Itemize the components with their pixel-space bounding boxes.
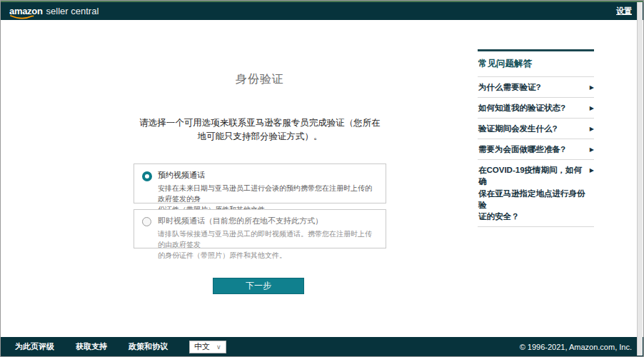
faq-item-label: 需要为会面做哪些准备? <box>478 144 565 155</box>
browser-viewport: amazon seller central 设置 身份验证 请选择一个可用选项来… <box>0 0 644 357</box>
arrow-right-icon: ▶ <box>590 104 594 112</box>
faq-item-label: 在COVID-19疫情期间，如何确 保在亚马逊指定地点进行身份验 证的安全？ <box>478 164 585 221</box>
option-title: 即时视频通话（目前您的所在地不支持此方式） <box>158 216 378 226</box>
amazon-smile-icon <box>10 14 36 20</box>
faq-item-label: 如何知道我的验证状态? <box>478 102 565 114</box>
radio-unselected-icon[interactable] <box>142 217 151 226</box>
arrow-right-icon: ▶ <box>590 146 594 154</box>
next-button[interactable]: 下一步 <box>213 278 304 294</box>
language-select[interactable]: 中文 ∨ <box>189 341 226 353</box>
footer-link-get-support[interactable]: 获取支持 <box>76 341 107 352</box>
arrow-right-icon: ▶ <box>590 84 594 91</box>
seller-central-logo-text: seller central <box>46 6 99 16</box>
top-nav-bar: amazon seller central 设置 <box>1 1 643 20</box>
page-title: 身份验证 <box>134 72 386 87</box>
amazon-seller-central-logo[interactable]: amazon seller central <box>9 6 99 16</box>
faq-title: 常见问题解答 <box>478 51 594 76</box>
settings-link[interactable]: 设置 <box>616 6 632 16</box>
faq-item-meeting-prep[interactable]: 需要为会面做哪些准备? ▶ <box>478 139 594 159</box>
faq-item-what-happens[interactable]: 验证期间会发生什么? ▶ <box>478 118 594 139</box>
arrow-right-icon: ▶ <box>590 166 594 174</box>
arrow-right-icon: ▶ <box>590 125 594 133</box>
chevron-down-icon: ∨ <box>216 343 221 351</box>
faq-item-label: 为什么需要验证? <box>478 81 541 93</box>
copyright-text: © 1996-2021, Amazon.com, Inc. <box>520 343 632 351</box>
option-scheduled-video-call[interactable]: 预约视频通话 安排在未来日期与亚马逊员工进行会谈的预约携带您在注册时上传的政府签… <box>134 164 386 203</box>
instruction-text: 请选择一个可用选项来联系亚马逊客服专员完成验证（您所在 地可能只支持部分验证方式… <box>119 116 401 144</box>
faq-item-verification-status[interactable]: 如何知道我的验证状态? ▶ <box>478 97 594 118</box>
footer-link-policies[interactable]: 政策和协议 <box>129 341 168 352</box>
footer-link-rate-page[interactable]: 为此页评级 <box>15 341 54 352</box>
faq-item-label: 验证期间会发生什么? <box>478 123 558 134</box>
option-title: 预约视频通话 <box>158 170 378 181</box>
footer-bar: 为此页评级 获取支持 政策和协议 中文 ∨ © 1996-2021, Amazo… <box>1 337 643 356</box>
language-select-value: 中文 <box>194 341 210 352</box>
option-description: 请排队等候接通与亚马逊员工的即时视频通话。携带您在注册时上传的由政府签发 的身份… <box>158 228 378 261</box>
faq-sidebar: 常见问题解答 为什么需要验证? ▶ 如何知道我的验证状态? ▶ 验证期间会发生什… <box>478 49 594 227</box>
vertical-scrollbar[interactable] <box>637 2 643 356</box>
faq-item-covid-safety[interactable]: 在COVID-19疫情期间，如何确 保在亚马逊指定地点进行身份验 证的安全？ ▶ <box>478 159 594 226</box>
option-instant-video-call[interactable]: 即时视频通话（目前您的所在地不支持此方式） 请排队等候接通与亚马逊员工的即时视频… <box>134 209 386 248</box>
radio-selected-icon[interactable] <box>142 171 152 181</box>
amazon-logo-text: amazon <box>9 6 43 16</box>
faq-item-why-verify[interactable]: 为什么需要验证? ▶ <box>478 76 594 97</box>
